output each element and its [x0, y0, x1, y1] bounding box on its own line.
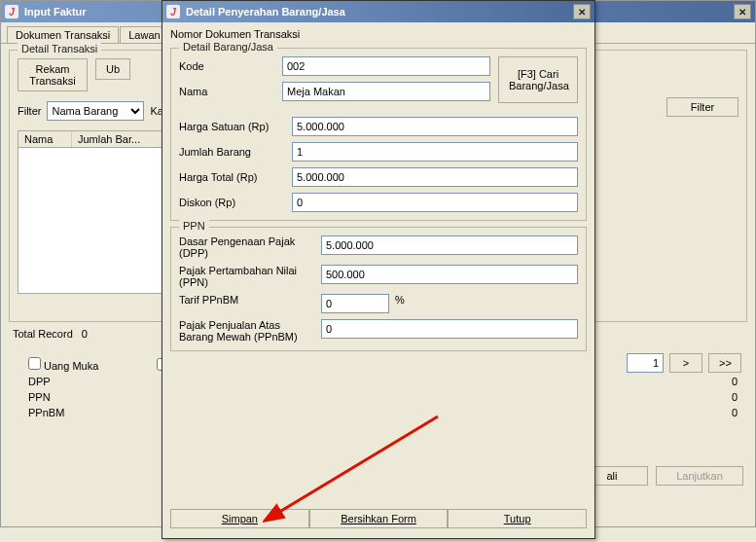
- tutup-button[interactable]: Tutup: [448, 509, 587, 528]
- ppnbm-val-label: Pajak Penjualan Atas Barang Mewah (PPnBM…: [179, 319, 315, 343]
- kode-label: Kode: [179, 60, 276, 72]
- next-page-button[interactable]: >: [669, 353, 702, 373]
- dpp-label: DPP: [28, 376, 87, 387]
- filter-label: Filter: [18, 105, 41, 117]
- dpp-label: Dasar Pengenaan Pajak (DPP): [179, 235, 315, 259]
- nama-input[interactable]: [282, 82, 490, 101]
- rekam-transaksi-button[interactable]: Rekam Transaksi: [18, 58, 88, 91]
- close-icon[interactable]: ✕: [573, 4, 591, 19]
- ppn-label: PPN: [28, 391, 87, 403]
- filter-select[interactable]: Nama Barang: [47, 101, 144, 121]
- jumlah-barang-label: Jumlah Barang: [179, 146, 286, 158]
- ppn-value: 0: [732, 391, 738, 403]
- detail-barang-fieldset: Detail Barang/Jasa Kode Nama [F3] Cari B…: [170, 48, 587, 221]
- f3-cari-button[interactable]: [F3] Cari Barang/Jasa: [498, 56, 578, 103]
- nomor-dokumen-label: Nomor Dokumen Transaksi: [162, 22, 594, 42]
- jumlah-barang-input[interactable]: [292, 142, 578, 162]
- dialog-titlebar: J Detail Penyerahan Barang/Jasa ✕: [162, 1, 594, 22]
- java-icon: J: [166, 5, 180, 18]
- col-nama[interactable]: Nama: [18, 131, 72, 147]
- ppnbm-label: PPnBM: [28, 407, 87, 418]
- table-header: Nama Jumlah Bar...: [18, 130, 163, 148]
- tab-dokumen-transaksi[interactable]: Dokumen Transaksi: [7, 26, 119, 43]
- col-jumlah[interactable]: Jumlah Bar...: [72, 131, 162, 147]
- ppn-legend: PPN: [179, 220, 209, 232]
- diskon-label: Diskon (Rp): [179, 197, 286, 208]
- filter-button[interactable]: Filter: [666, 97, 738, 117]
- detail-dialog: J Detail Penyerahan Barang/Jasa ✕ Nomor …: [162, 0, 595, 539]
- kode-input[interactable]: [282, 56, 490, 76]
- page-input[interactable]: [627, 353, 664, 373]
- dpp-input[interactable]: [321, 235, 578, 255]
- harga-satuan-label: Harga Satuan (Rp): [179, 121, 286, 132]
- tarif-ppnbm-input[interactable]: [321, 294, 389, 313]
- ub-button[interactable]: Ub: [95, 58, 130, 80]
- ppnbm-input[interactable]: [321, 319, 578, 339]
- simpan-button[interactable]: Simpan: [170, 509, 309, 528]
- nama-label: Nama: [179, 86, 276, 97]
- diskon-input[interactable]: [292, 193, 578, 212]
- uang-muka-check-input[interactable]: [28, 357, 41, 370]
- detail-barang-legend: Detail Barang/Jasa: [179, 41, 277, 53]
- tarif-ppnbm-label: Tarif PPnBM: [179, 294, 315, 306]
- uang-muka-checkbox[interactable]: Uang Muka: [28, 357, 98, 372]
- main-title: Input Faktur: [24, 6, 87, 18]
- ppn-input[interactable]: [321, 265, 578, 284]
- lanjutkan-button[interactable]: Lanjutkan: [656, 466, 743, 486]
- harga-total-label: Harga Total (Rp): [179, 171, 286, 183]
- ppn-val-label: Pajak Pertambahan Nilai (PPN): [179, 265, 315, 288]
- close-icon[interactable]: ✕: [734, 4, 751, 19]
- table-body: [18, 148, 163, 294]
- harga-total-input[interactable]: [292, 167, 578, 187]
- last-page-button[interactable]: >>: [708, 353, 741, 373]
- java-icon: J: [5, 5, 18, 18]
- dialog-title: Detail Penyerahan Barang/Jasa: [186, 6, 345, 18]
- ppnbm-value: 0: [732, 407, 738, 418]
- harga-satuan-input[interactable]: [292, 117, 578, 136]
- dpp-value: 0: [732, 376, 738, 387]
- total-record-value: 0: [82, 328, 88, 340]
- ppn-fieldset: PPN Dasar Pengenaan Pajak (DPP) Pajak Pe…: [170, 227, 587, 351]
- total-record-label: Total Record: [13, 328, 73, 340]
- percent-label: %: [395, 294, 405, 306]
- detail-transaksi-legend: Detail Transaksi: [18, 43, 101, 54]
- bersihkan-form-button[interactable]: Bersihkan Form: [309, 509, 449, 528]
